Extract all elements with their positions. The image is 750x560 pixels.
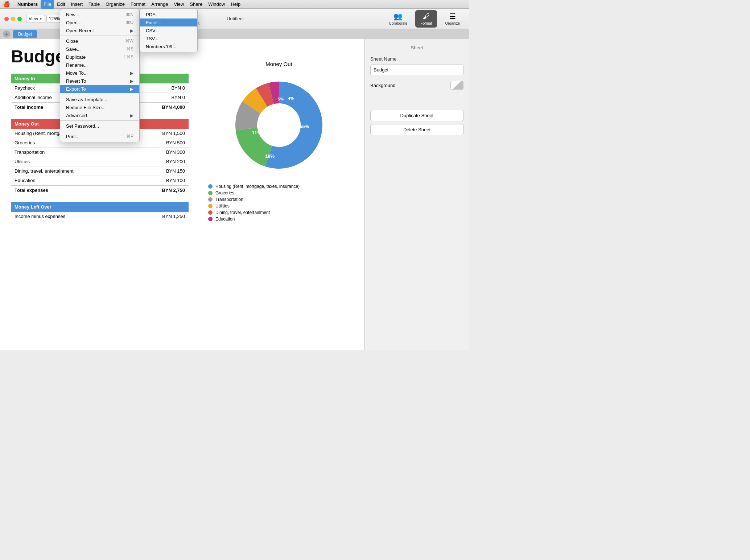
close-window-btn[interactable] (4, 17, 9, 21)
sheet-name-input[interactable] (370, 65, 463, 75)
money-left-header: Money Left Over (11, 202, 189, 212)
menu-set-password[interactable]: Set Password... (60, 122, 139, 130)
menu-arrange[interactable]: Arrange (148, 0, 171, 9)
menu-open-shortcut: ⌘O (126, 20, 133, 25)
menu-reduce-file-size-label: Reduce File Size... (66, 105, 106, 110)
toolbar-right: 👥 Collaborate 🖌 Format ☰ Organize (384, 10, 465, 28)
organize-icon: ☰ (449, 12, 456, 21)
legend-item-groceries: Groceries (208, 190, 357, 195)
window-controls (4, 17, 22, 21)
zoom-value: 125% (49, 16, 60, 21)
export-excel[interactable]: Excel... (140, 18, 197, 26)
menu-organize[interactable]: Organize (103, 0, 128, 9)
export-csv[interactable]: CSV... (140, 26, 197, 34)
export-numbers09[interactable]: Numbers '09... (140, 42, 197, 50)
table-row: Transportation BYN 300 (11, 148, 189, 157)
menu-rename[interactable]: Rename... (60, 61, 139, 69)
menu-close-label: Close (66, 38, 78, 44)
transportation-legend-label: Transportation (215, 197, 243, 202)
menu-print[interactable]: Print... ⌘P (60, 132, 139, 140)
duplicate-sheet-button[interactable]: Duplicate Sheet (370, 110, 463, 121)
menu-separator-4 (60, 131, 139, 131)
menu-reduce-file-size[interactable]: Reduce File Size... (60, 103, 139, 111)
sheet-name-label: Sheet Name (370, 56, 463, 62)
groceries-value: BYN 500 (147, 138, 189, 148)
menu-export-to[interactable]: Export To ▶ (60, 85, 139, 93)
advanced-arrow-icon: ▶ (130, 113, 133, 118)
open-recent-arrow-icon: ▶ (130, 28, 133, 33)
view-dropdown[interactable]: View ▼ (26, 15, 45, 23)
education-value: BYN 100 (147, 176, 189, 186)
delete-sheet-button[interactable]: Delete Sheet (370, 124, 463, 135)
menu-separator-1 (60, 36, 139, 36)
chart-legend: Housing (Rent, mortgage, taxes, insuranc… (201, 184, 357, 222)
menu-export-to-label: Export To (66, 86, 86, 92)
dining-percent-label: 5% (278, 97, 284, 101)
format-label: Format (421, 21, 432, 25)
menu-print-shortcut: ⌘P (126, 134, 133, 139)
export-pdf-label: PDF... (146, 12, 158, 17)
menu-close[interactable]: Close ⌘W (60, 37, 139, 45)
menu-open-label: Open... (66, 20, 82, 25)
legend-item-utilities: Utilities (208, 203, 357, 209)
collaborate-button[interactable]: 👥 Collaborate (384, 10, 412, 28)
export-pdf[interactable]: PDF... (140, 11, 197, 18)
menu-file[interactable]: File (41, 0, 54, 9)
background-color-picker[interactable] (450, 81, 463, 90)
menu-move-to[interactable]: Move To... ▶ (60, 69, 139, 77)
menu-share[interactable]: Share (187, 0, 205, 9)
menu-duplicate[interactable]: Duplicate ⇧⌘S (60, 53, 139, 61)
organize-label: Organize (445, 21, 460, 25)
menu-new[interactable]: New... ⌘N (60, 11, 139, 18)
utilities-legend-label: Utilities (215, 203, 230, 209)
menu-open[interactable]: Open... ⌘O (60, 18, 139, 26)
format-icon: 🖌 (423, 12, 430, 21)
dining-value: BYN 150 (147, 166, 189, 176)
menu-insert[interactable]: Insert (68, 0, 86, 9)
utilities-percent-label: 7% (263, 111, 268, 115)
content-area: Budget Money In Paycheck BYN 0 Additiona… (0, 39, 364, 350)
background-label: Background (370, 83, 395, 88)
panel-title: Sheet (370, 45, 463, 50)
transportation-percent-label: 11% (252, 130, 261, 135)
menu-save-label: Save... (66, 46, 81, 52)
menu-window[interactable]: Window (205, 0, 228, 9)
export-to-arrow-icon: ▶ (130, 86, 133, 92)
groceries-legend-label: Groceries (215, 190, 234, 195)
total-expenses-row: Total expenses BYN 2,750 (11, 185, 189, 195)
add-sheet-button[interactable]: + (3, 30, 10, 38)
menu-save-as-template[interactable]: Save as Template... (60, 95, 139, 103)
menu-numbers[interactable]: Numbers (15, 0, 41, 9)
education-legend-dot (208, 217, 213, 221)
dining-legend-label: Dining, travel, entertainment (215, 210, 270, 215)
menu-view[interactable]: View (171, 0, 187, 9)
menu-new-shortcut: ⌘N (126, 12, 133, 17)
menu-help[interactable]: Help (228, 0, 243, 9)
menu-separator-2 (60, 94, 139, 94)
menu-advanced[interactable]: Advanced ▶ (60, 111, 139, 119)
collaborate-label: Collaborate (389, 21, 407, 25)
dining-legend-dot (208, 210, 213, 215)
file-menu: New... ⌘N Open... ⌘O Open Recent ▶ Close… (60, 9, 140, 142)
view-label: View (29, 16, 38, 21)
export-tsv[interactable]: TSV... (140, 34, 197, 42)
menu-revert-to[interactable]: Revert To ▶ (60, 77, 139, 85)
menu-close-shortcut: ⌘W (125, 38, 133, 44)
apple-menu[interactable]: 🍎 (3, 1, 10, 8)
menu-open-recent[interactable]: Open Recent ▶ (60, 26, 139, 34)
minimize-window-btn[interactable] (11, 17, 15, 21)
collaborate-icon: 👥 (393, 12, 403, 21)
organize-button[interactable]: ☰ Organize (440, 10, 465, 28)
maximize-window-btn[interactable] (17, 17, 22, 21)
menu-save[interactable]: Save... ⌘S (60, 45, 139, 53)
menu-format[interactable]: Format (128, 0, 148, 9)
export-excel-label: Excel... (146, 20, 161, 25)
money-left-table: Money Left Over Income minus expenses BY… (11, 202, 189, 221)
menu-edit[interactable]: Edit (54, 0, 68, 9)
legend-item-dining: Dining, travel, entertainment (208, 210, 357, 215)
menu-table[interactable]: Table (86, 0, 103, 9)
format-button[interactable]: 🖌 Format (415, 10, 437, 28)
groceries-percent-label: 18% (265, 153, 275, 159)
menu-new-label: New... (66, 12, 79, 17)
sheet-tab-budget[interactable]: Budget (13, 30, 37, 38)
